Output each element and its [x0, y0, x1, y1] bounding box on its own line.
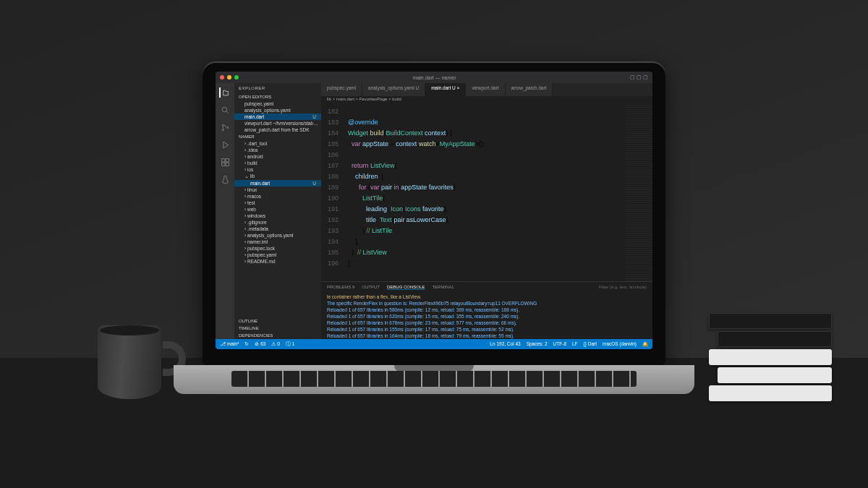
file-tree-item[interactable]: › README.md [234, 258, 321, 265]
file-tree-item[interactable]: › .dart_tool [234, 140, 321, 147]
debug-console-output[interactable]: le container rather than a flex, like a … [321, 292, 652, 339]
editor-tab[interactable]: main.dart U × [425, 83, 466, 96]
file-tree-item[interactable]: › linux [234, 187, 321, 193]
status-info[interactable]: ⓘ 1 [286, 341, 294, 348]
sidebar-title: EXPLORER [234, 83, 321, 93]
status-bell-icon[interactable]: 🔔 [642, 341, 648, 347]
editor-tab[interactable]: pubspec.yaml [321, 83, 362, 96]
status-eol[interactable]: LF [572, 341, 578, 347]
file-tree-item[interactable]: › pubspec.lock [234, 245, 321, 252]
editor-tab[interactable]: analysis_options.yaml U [362, 83, 425, 96]
panel-tab-debug-console[interactable]: DEBUG CONSOLE [387, 285, 425, 290]
status-sync-icon[interactable]: ↻ [244, 341, 249, 347]
editor-tab[interactable]: arrow_patch.dart [506, 83, 553, 96]
file-tree-item[interactable]: ⌄ lib [234, 173, 321, 180]
activity-bar [216, 83, 234, 339]
file-tree-item[interactable]: › .metadata [234, 226, 321, 232]
project-section[interactable]: NAMER [234, 133, 321, 140]
coffee-mug [98, 325, 170, 401]
open-editor-item[interactable]: viewport.dart ~/fvm/versions/stable/pack… [234, 120, 321, 127]
file-tree-item[interactable]: › build [234, 160, 321, 166]
status-language[interactable]: {} Dart [584, 341, 597, 347]
breadcrumbs[interactable]: lib > main.dart > FavoritesPage > build [321, 96, 652, 105]
bottom-panel: PROBLEMS 9 OUTPUT DEBUG CONSOLE TERMINAL… [321, 281, 652, 339]
layout-controls-icon[interactable]: ▢ ▢ ▢ [630, 74, 648, 80]
laptop-keyboard [174, 365, 694, 394]
close-icon[interactable] [220, 75, 224, 80]
panel-tab-output[interactable]: OUTPUT [362, 285, 380, 289]
svg-point-3 [226, 127, 228, 128]
status-encoding[interactable]: UTF-8 [553, 341, 566, 347]
open-editor-item[interactable]: main.dartU [234, 114, 321, 120]
file-tree-item[interactable]: › test [234, 200, 321, 206]
file-tree-item[interactable]: › .idea [234, 147, 321, 153]
file-tree-item[interactable]: › macos [234, 193, 321, 200]
window-title: main.dart — namer [239, 75, 630, 80]
timeline-section[interactable]: TIMELINE [234, 325, 321, 332]
open-editors-section[interactable]: OPEN EDITORS [234, 93, 321, 100]
testing-icon[interactable] [220, 174, 230, 184]
minimize-icon[interactable] [227, 75, 231, 80]
panel-filter-input[interactable]: Filter (e.g. text, !exclude) [599, 285, 647, 289]
outline-section[interactable]: OUTLINE [234, 317, 321, 325]
editor-tabs: pubspec.yamlanalysis_options.yaml Umain.… [321, 83, 652, 96]
file-tree-item[interactable]: › .gitignore [234, 219, 321, 226]
editor-tab[interactable]: viewport.dart [466, 83, 505, 96]
svg-rect-5 [226, 158, 229, 161]
source-control-icon[interactable] [220, 122, 230, 132]
titlebar: main.dart — namer ▢ ▢ ▢ [216, 72, 652, 83]
file-tree-item[interactable]: › analysis_options.yaml [234, 232, 321, 239]
status-position[interactable]: Ln 192, Col 43 [490, 341, 520, 347]
svg-rect-7 [226, 163, 229, 166]
file-tree-item[interactable]: › windows [234, 213, 321, 219]
svg-rect-4 [221, 158, 224, 161]
code-editor[interactable]: 182 183 184 185 186 187 188 189 190 191 … [321, 105, 652, 281]
book-stack [709, 311, 832, 401]
svg-point-2 [222, 129, 224, 130]
svg-rect-6 [221, 163, 224, 166]
dependencies-section[interactable]: DEPENDENCIES [234, 332, 321, 339]
panel-tab-problems[interactable]: PROBLEMS 9 [327, 285, 354, 289]
file-tree-item[interactable]: main.dartU [234, 180, 321, 187]
file-tree-item[interactable]: › android [234, 153, 321, 160]
file-tree-item[interactable]: › pubspec.yaml [234, 252, 321, 258]
vscode-window: main.dart — namer ▢ ▢ ▢ EXPLORER OPEN ED… [216, 72, 652, 349]
window-traffic-lights[interactable] [220, 75, 239, 80]
line-gutter: 182 183 184 185 186 187 188 189 190 191 … [321, 105, 344, 281]
panel-tab-terminal[interactable]: TERMINAL [432, 285, 454, 289]
svg-point-0 [222, 107, 227, 112]
status-device[interactable]: macOS (darwin) [603, 341, 637, 347]
code-content[interactable]: @override Widget build(BuildContext cont… [344, 105, 625, 281]
extensions-icon[interactable] [220, 157, 230, 167]
sidebar: EXPLORER OPEN EDITORS pubspec.yamlanalys… [234, 83, 321, 339]
file-tree-item[interactable]: › namer.iml [234, 239, 321, 245]
search-icon[interactable] [220, 105, 230, 115]
open-editor-item[interactable]: arrow_patch.dart from the SDK [234, 127, 321, 133]
file-tree-item[interactable]: › web [234, 206, 321, 213]
svg-point-1 [222, 124, 224, 126]
debug-icon[interactable] [220, 140, 230, 150]
status-errors[interactable]: ⊘ 63 [255, 341, 265, 347]
status-bar: ⎇ main* ↻ ⊘ 63 ⚠ 0 ⓘ 1 Ln 192, Col 43 Sp… [216, 339, 652, 349]
laptop: main.dart — namer ▢ ▢ ▢ EXPLORER OPEN ED… [203, 61, 665, 394]
explorer-icon[interactable] [219, 87, 229, 98]
minimap[interactable] [625, 105, 652, 281]
status-branch[interactable]: ⎇ main* [220, 341, 239, 347]
status-warnings[interactable]: ⚠ 0 [271, 341, 279, 347]
open-editor-item[interactable]: pubspec.yaml [234, 100, 321, 107]
status-spaces[interactable]: Spaces: 2 [527, 341, 548, 347]
open-editor-item[interactable]: analysis_options.yaml [234, 107, 321, 114]
file-tree-item[interactable]: › ios [234, 166, 321, 173]
